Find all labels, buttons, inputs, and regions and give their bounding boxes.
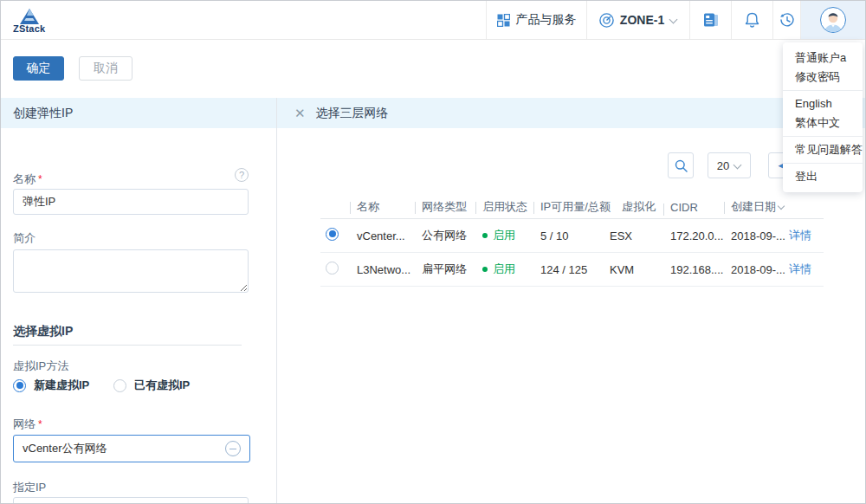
- right-panel-title: 选择三层网络: [316, 106, 389, 121]
- cell-virtualization: ESX: [603, 229, 663, 242]
- nav-zone-label: ZONE-1: [620, 13, 664, 27]
- vip-method-radio-group: 新建虚拟IP 已有虚拟IP: [13, 378, 190, 393]
- nav-documentation-button[interactable]: [689, 1, 731, 39]
- radio-selected-icon: [326, 228, 339, 241]
- nav-history-button[interactable]: [772, 1, 800, 39]
- menu-divider: [783, 163, 863, 164]
- table-row[interactable]: vCenter... 公有网络 启用 5 / 10 ESX 172.20.0..…: [320, 219, 824, 253]
- status-dot: [482, 267, 488, 272]
- details-link[interactable]: 详情: [782, 262, 824, 277]
- nav-products-services[interactable]: 产品与服务: [486, 1, 586, 39]
- specify-ip-input[interactable]: [13, 497, 249, 504]
- select-l3-network-panel: ✕ 选择三层网络 20 ◀: [277, 98, 865, 503]
- menu-divider: [783, 136, 863, 137]
- zone-icon: [599, 13, 614, 28]
- menu-item-account[interactable]: 普通账户a: [783, 48, 863, 68]
- create-elastic-ip-panel: 创建弹性IP 名称* ? 简介 选择虚拟IP 虚拟IP方法 新建虚拟IP: [1, 98, 276, 503]
- page-size-select[interactable]: 20: [708, 152, 751, 178]
- menu-item-faq[interactable]: 常见问题解答: [783, 140, 863, 159]
- section-divider: [13, 345, 242, 346]
- col-ip-quota[interactable]: IP可用量/总额: [533, 199, 603, 215]
- name-input[interactable]: [13, 189, 249, 215]
- user-dropdown-menu: 普通账户a 修改密码 English 繁体中文 常见问题解答 登出: [783, 42, 863, 192]
- select-vip-section-title: 选择虚拟IP: [13, 324, 73, 339]
- cell-type: 公有网络: [415, 228, 475, 243]
- name-label: 名称*: [13, 171, 42, 187]
- l3-network-table: 名称 网络类型 启用状态 IP可用量/总额 虚拟化 CIDR 创建日期 vCen…: [320, 196, 824, 287]
- cell-create-date: 2018-09-...: [724, 263, 782, 276]
- col-type[interactable]: 网络类型: [415, 199, 475, 215]
- document-icon: [703, 13, 719, 28]
- bell-icon: [745, 12, 759, 28]
- cell-ip-quota: 124 / 125: [533, 263, 603, 276]
- cell-name: L3Netwo...: [350, 263, 415, 276]
- left-panel-header: 创建弹性IP: [1, 98, 276, 128]
- close-icon[interactable]: ✕: [294, 107, 306, 120]
- row-radio[interactable]: [320, 228, 350, 244]
- search-button[interactable]: [668, 152, 694, 178]
- required-asterisk: *: [38, 418, 42, 430]
- cancel-button[interactable]: 取消: [79, 56, 132, 81]
- history-icon: [779, 12, 795, 28]
- col-name[interactable]: 名称: [350, 199, 415, 215]
- description-label: 简介: [13, 230, 36, 246]
- cell-cidr: 172.20.0...: [663, 229, 724, 242]
- sort-caret-icon: [779, 204, 785, 210]
- status-dot: [482, 233, 488, 238]
- user-avatar-icon: [822, 11, 844, 32]
- radio-new-vip[interactable]: 新建虚拟IP: [13, 378, 113, 393]
- nav-notifications-button[interactable]: [731, 1, 772, 39]
- confirm-button[interactable]: 确定: [13, 56, 64, 81]
- nav-products-label: 产品与服务: [516, 12, 577, 28]
- network-label: 网络*: [13, 417, 42, 432]
- table-header-row: 名称 网络类型 启用状态 IP可用量/总额 虚拟化 CIDR 创建日期: [320, 196, 824, 219]
- col-create-date[interactable]: 创建日期: [724, 199, 782, 215]
- help-icon[interactable]: ?: [235, 168, 249, 182]
- chevron-down-icon: [670, 15, 677, 22]
- app-window: ZStack 产品与服务 ZONE-1: [0, 0, 866, 504]
- brand-name: ZStack: [13, 23, 45, 34]
- col-virtualization[interactable]: 虚拟化: [603, 199, 663, 215]
- cell-cidr: 192.168....: [663, 263, 724, 276]
- zstack-logo-icon: [20, 9, 39, 24]
- nav-user-menu-button[interactable]: [800, 1, 865, 39]
- menu-item-logout[interactable]: 登出: [783, 167, 863, 186]
- radio-existing-vip[interactable]: 已有虚拟IP: [113, 378, 190, 393]
- network-value: vCenter公有网络: [23, 441, 107, 456]
- cell-virtualization: KVM: [603, 263, 663, 276]
- right-panel-header: ✕ 选择三层网络: [277, 98, 865, 128]
- main-area: 创建弹性IP 名称* ? 简介 选择虚拟IP 虚拟IP方法 新建虚拟IP: [1, 98, 865, 503]
- menu-item-traditional-chinese[interactable]: 繁体中文: [783, 113, 863, 132]
- description-textarea[interactable]: [13, 249, 249, 293]
- left-panel-title: 创建弹性IP: [13, 106, 73, 121]
- menu-divider: [783, 90, 863, 91]
- cell-create-date: 2018-09-...: [724, 229, 782, 242]
- network-select-field[interactable]: vCenter公有网络: [13, 435, 250, 462]
- header-nav: 产品与服务 ZONE-1: [486, 1, 865, 39]
- grid-icon: [497, 14, 510, 27]
- radio-unselected-icon: [326, 262, 339, 275]
- col-state[interactable]: 启用状态: [475, 199, 533, 215]
- search-icon: [675, 159, 688, 172]
- vip-method-label: 虚拟IP方法: [13, 359, 68, 374]
- left-panel-body: 名称* ? 简介 选择虚拟IP 虚拟IP方法 新建虚拟IP 已有虚拟IP: [1, 128, 276, 503]
- required-asterisk: *: [38, 173, 42, 185]
- radio-selected-icon: [13, 379, 26, 392]
- col-cidr[interactable]: CIDR: [663, 201, 724, 214]
- zstack-logo[interactable]: ZStack: [1, 1, 45, 39]
- remove-network-icon[interactable]: [225, 441, 241, 456]
- nav-zone-selector[interactable]: ZONE-1: [586, 1, 689, 39]
- details-link[interactable]: 详情: [782, 228, 824, 243]
- specify-ip-label: 指定IP: [13, 480, 46, 495]
- top-header: ZStack 产品与服务 ZONE-1: [1, 1, 865, 40]
- avatar: [820, 7, 846, 33]
- row-radio[interactable]: [320, 262, 350, 278]
- cell-state: 启用: [475, 262, 533, 277]
- table-row[interactable]: L3Netwo... 扁平网络 启用 124 / 125 KVM 192.168…: [320, 253, 824, 287]
- cell-ip-quota: 5 / 10: [533, 229, 603, 242]
- cell-name: vCenter...: [350, 229, 415, 242]
- menu-item-english[interactable]: English: [783, 94, 863, 113]
- menu-item-change-password[interactable]: 修改密码: [783, 68, 863, 87]
- radio-unselected-icon: [113, 379, 126, 392]
- page-size-value: 20: [717, 159, 729, 172]
